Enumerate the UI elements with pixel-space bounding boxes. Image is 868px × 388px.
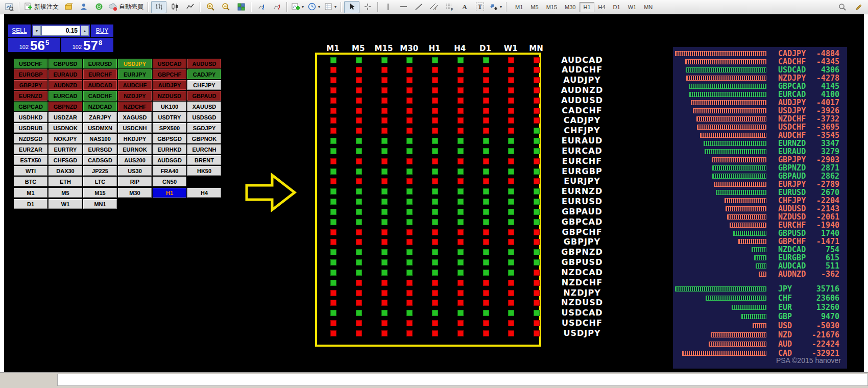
symbol-button-eurchf[interactable]: EURCHF	[83, 69, 117, 79]
equidistant-channel-button[interactable]: E	[427, 2, 441, 13]
line-chart-button[interactable]	[183, 2, 197, 13]
candlestick-chart-button[interactable]	[167, 2, 182, 13]
timeframe-button-w1[interactable]: W1	[49, 199, 82, 209]
symbol-button-nokjpy[interactable]: NOKJPY	[49, 134, 82, 143]
auto-trading-button[interactable]: 自動売買	[107, 2, 145, 13]
timeframe-button-mn1[interactable]: MN1	[83, 199, 117, 209]
toolbar-timeframe-m5[interactable]: M5	[527, 2, 542, 12]
symbol-button-cn50[interactable]: CN50	[153, 177, 186, 186]
symbol-button-usdcnh[interactable]: USDCNH	[118, 123, 152, 133]
community-button[interactable]	[77, 2, 91, 13]
symbol-button-gbpchf[interactable]: GBPCHF	[153, 69, 186, 79]
timeframe-button-m5[interactable]: M5	[49, 188, 82, 198]
trendline-button[interactable]	[412, 2, 426, 13]
timeframe-button-h1[interactable]: H1	[153, 188, 186, 198]
buy-button[interactable]: BUY	[91, 25, 113, 37]
sell-button[interactable]: SELL	[8, 25, 31, 37]
symbol-button-usdsgd[interactable]: USDSGD	[187, 112, 221, 122]
symbol-button-usdtry[interactable]: USDTRY	[153, 112, 186, 122]
symbol-button-audchf[interactable]: AUDCHF	[118, 80, 152, 90]
symbol-button-gbpusd[interactable]: GBPUSD	[49, 59, 82, 68]
sound-button[interactable]	[92, 2, 106, 13]
symbol-button-cadsgd[interactable]: CADSGD	[83, 155, 117, 165]
symbol-button-usdzar[interactable]: USDZAR	[49, 112, 82, 122]
symbol-button-eurusd[interactable]: EURUSD	[83, 59, 117, 68]
symbol-button-jp225[interactable]: JP225	[83, 166, 117, 176]
horizontal-line-button[interactable]	[396, 2, 411, 13]
buy-price[interactable]: 102578	[61, 38, 113, 52]
symbol-button-gbpcad[interactable]: GBPCAD	[14, 102, 47, 111]
fibonacci-button[interactable]: F	[442, 2, 456, 13]
symbol-button-eth[interactable]: ETH	[49, 177, 82, 186]
zoom-out-button[interactable]	[219, 2, 233, 13]
new-chart-button[interactable]: ▾	[290, 2, 305, 13]
symbol-button-chfsgd[interactable]: CHFSGD	[49, 155, 82, 165]
symbol-button-rip[interactable]: RIP	[118, 177, 152, 186]
symbol-button-cadjpy[interactable]: CADJPY	[187, 69, 221, 79]
symbol-button-eurcad[interactable]: EURCAD	[49, 91, 82, 101]
toolbar-timeframe-m1[interactable]: M1	[512, 2, 526, 12]
symbol-button-nzdchf[interactable]: NZDCHF	[118, 102, 152, 111]
symbol-button-usdhkd[interactable]: USDHKD	[14, 112, 47, 122]
symbol-button-usdchf[interactable]: USDCHF	[14, 59, 47, 68]
symbol-button-eurcnh[interactable]: EURCNH	[187, 144, 221, 154]
app-icon[interactable]	[2, 2, 16, 13]
volume-decrease-button[interactable]: ▼	[33, 26, 41, 36]
symbol-button-usdjpy[interactable]: USDJPY	[118, 59, 152, 68]
symbol-button-spx500[interactable]: SPX500	[153, 123, 186, 133]
toolbar-timeframe-m15[interactable]: M15	[543, 2, 561, 12]
crosshair-button[interactable]	[360, 2, 375, 13]
symbol-button-eurnok[interactable]: EURNOK	[118, 144, 152, 154]
timeframe-button-h4[interactable]: H4	[187, 188, 221, 198]
symbol-button-nzdcad[interactable]: NZDCAD	[83, 102, 117, 111]
symbol-button-xagusd[interactable]: XAGUSD	[118, 112, 152, 122]
symbol-button-euraud[interactable]: EURAUD	[49, 69, 82, 79]
edit-button[interactable]	[852, 2, 866, 13]
symbol-button-audsgd[interactable]: AUDSGD	[153, 155, 186, 165]
volume-increase-button[interactable]: ▲	[81, 26, 89, 36]
symbol-button-eurgbp[interactable]: EURGBP	[14, 69, 47, 79]
symbol-button-audcad[interactable]: AUDCAD	[83, 80, 117, 90]
symbol-button-chfjpy[interactable]: CHFJPY	[187, 80, 221, 90]
bar-chart-button[interactable]	[151, 1, 166, 13]
zoom-in-button[interactable]	[203, 2, 218, 13]
timeframe-button-d1[interactable]: D1	[14, 199, 47, 209]
ticket-button[interactable]	[61, 2, 76, 13]
symbol-button-eurzar[interactable]: EURZAR	[14, 144, 47, 154]
symbol-button-usdcad[interactable]: USDCAD	[153, 59, 186, 68]
templates-button[interactable]: ▾	[323, 2, 338, 13]
symbol-button-gbpnok[interactable]: GBPNOK	[187, 134, 221, 143]
symbol-button-sgdjpy[interactable]: SGDJPY	[187, 123, 221, 133]
arrow-tools-button[interactable]: ▾	[488, 2, 503, 13]
vertical-line-button[interactable]	[381, 2, 395, 13]
symbol-button-usdnok[interactable]: USDNOK	[49, 123, 82, 133]
symbol-button-dax30[interactable]: DAX30	[49, 166, 82, 176]
symbol-button-nzdsgd[interactable]: NZDSGD	[14, 134, 47, 143]
symbol-button-audusd[interactable]: AUDUSD	[187, 59, 221, 68]
timeframe-button-m15[interactable]: M15	[83, 188, 117, 198]
symbol-button-audjpy[interactable]: AUDJPY	[153, 80, 186, 90]
symbol-button-eurhkd[interactable]: EURHKD	[153, 144, 186, 154]
symbol-button-gbpsgd[interactable]: GBPSGD	[153, 134, 186, 143]
toolbar-timeframe-mn[interactable]: MN	[640, 2, 656, 12]
new-order-button[interactable]: 新規注文	[22, 2, 60, 13]
toolbar-timeframe-m30[interactable]: M30	[561, 2, 579, 12]
timeframe-button-m1[interactable]: M1	[14, 188, 47, 198]
symbol-button-nzdusd[interactable]: NZDUSD	[153, 91, 186, 101]
symbol-button-zarjpy[interactable]: ZARJPY	[83, 112, 117, 122]
symbol-button-eurnzd[interactable]: EURNZD	[14, 91, 47, 101]
toolbar-timeframe-h1[interactable]: H1	[580, 2, 594, 12]
toolbar-timeframe-h4[interactable]: H4	[595, 2, 609, 12]
toolbar-timeframe-d1[interactable]: D1	[610, 2, 624, 12]
symbol-button-nas100[interactable]: NAS100	[83, 134, 117, 143]
symbol-button-aus200[interactable]: AUS200	[118, 155, 152, 165]
symbol-button-hkdjpy[interactable]: HKDJPY	[118, 134, 152, 143]
symbol-button-wti[interactable]: WTI	[14, 166, 47, 176]
symbol-button-eursgd[interactable]: EURSGD	[83, 144, 117, 154]
cursor-button[interactable]	[344, 1, 359, 13]
symbol-button-uk100[interactable]: UK100	[153, 102, 186, 111]
search-button[interactable]	[835, 2, 850, 13]
arrange-charts-button[interactable]	[254, 2, 269, 13]
symbol-button-nzdjpy[interactable]: NZDJPY	[118, 91, 152, 101]
symbol-button-gbpnzd[interactable]: GBPNZD	[49, 102, 82, 111]
